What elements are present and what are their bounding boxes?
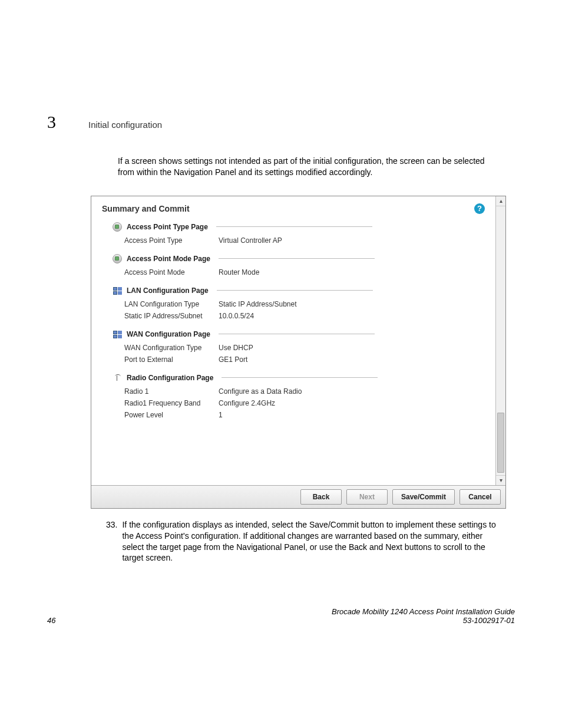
- config-key: Port to External: [124, 355, 207, 364]
- scroll-up-icon[interactable]: ▴: [496, 196, 505, 206]
- scroll-down-icon[interactable]: ▾: [496, 475, 505, 485]
- config-key: Access Point Mode: [124, 268, 207, 276]
- config-key: Access Point Type: [124, 236, 207, 245]
- config-row: Radio1 Frequency BandConfigure 2.4GHz: [124, 399, 485, 407]
- config-value: Use DHCP: [219, 344, 253, 352]
- chapter-number: 3: [47, 112, 71, 132]
- config-value: Virtual Controller AP: [219, 236, 282, 245]
- section-divider: [222, 377, 378, 378]
- step-33: 33. If the configuration displays as int…: [106, 519, 500, 564]
- config-key: Power Level: [124, 411, 207, 419]
- button-bar: Back Next Save/Commit Cancel: [91, 485, 505, 508]
- config-key: LAN Configuration Type: [124, 300, 207, 308]
- config-row: WAN Configuration TypeUse DHCP: [124, 344, 485, 352]
- config-section: Radio Configuration PageRadio 1Configure…: [113, 373, 485, 419]
- config-value: Configure 2.4GHz: [219, 399, 275, 407]
- next-button: Next: [346, 489, 388, 505]
- cancel-button[interactable]: Cancel: [459, 489, 501, 505]
- chapter-title: Initial configuration: [88, 120, 162, 130]
- config-row: Power Level1: [124, 411, 485, 419]
- section-title: Access Point Type Page: [127, 223, 208, 231]
- config-row: Port to ExternalGE1 Port: [124, 355, 485, 364]
- guide-title: Brocade Mobility 1240 Access Point Insta…: [332, 607, 515, 616]
- config-key: WAN Configuration Type: [124, 344, 207, 352]
- config-section: Access Point Mode PageAccess Point ModeR…: [113, 254, 485, 276]
- save-commit-button[interactable]: Save/Commit: [392, 489, 455, 505]
- scrollbar[interactable]: ▴ ▾: [495, 196, 505, 485]
- net-icon: [113, 286, 122, 295]
- section-divider: [219, 258, 375, 259]
- config-value: GE1 Port: [219, 355, 247, 364]
- section-title: LAN Configuration Page: [127, 286, 209, 295]
- section-divider: [216, 226, 372, 227]
- section-header: Access Point Type Page: [113, 222, 485, 232]
- intro-paragraph: If a screen shows settings not intended …: [118, 156, 491, 178]
- config-row: Radio 1Configure as a Data Radio: [124, 387, 485, 396]
- config-key: Radio1 Frequency Band: [124, 399, 207, 407]
- page-number: 46: [47, 616, 55, 625]
- config-row: Access Point TypeVirtual Controller AP: [124, 236, 485, 245]
- section-header: WAN Configuration Page: [113, 330, 485, 339]
- help-icon[interactable]: ?: [474, 203, 485, 214]
- chapter-header: 3 Initial configuration: [47, 112, 515, 132]
- config-section: Access Point Type PageAccess Point TypeV…: [113, 222, 485, 245]
- panel-title: Summary and Commit: [102, 204, 190, 213]
- config-row: Static IP Address/Subnet10.0.0.5/24: [124, 312, 485, 320]
- section-title: WAN Configuration Page: [127, 330, 210, 338]
- section-title: Access Point Mode Page: [127, 255, 210, 263]
- circle-icon: [113, 222, 122, 232]
- back-button[interactable]: Back: [300, 489, 342, 505]
- config-value: Static IP Address/Subnet: [219, 300, 297, 308]
- step-text: If the configuration displays as intende…: [122, 519, 500, 564]
- config-section: WAN Configuration PageWAN Configuration …: [113, 330, 485, 364]
- scroll-track[interactable]: [496, 206, 505, 475]
- radio-icon: [113, 373, 122, 383]
- section-divider: [217, 290, 373, 291]
- config-key: Radio 1: [124, 387, 207, 396]
- step-number: 33.: [106, 519, 117, 564]
- section-divider: [219, 334, 375, 334]
- config-value: Configure as a Data Radio: [219, 387, 302, 396]
- section-header: LAN Configuration Page: [113, 286, 485, 295]
- config-value: 1: [219, 411, 223, 419]
- page-footer: 46 Brocade Mobility 1240 Access Point In…: [47, 607, 515, 625]
- doc-number: 53-1002917-01: [332, 616, 515, 625]
- section-header: Radio Configuration Page: [113, 373, 485, 383]
- section-title: Radio Configuration Page: [127, 374, 213, 382]
- config-key: Static IP Address/Subnet: [124, 312, 207, 320]
- scroll-thumb[interactable]: [497, 413, 504, 473]
- config-value: 10.0.0.5/24: [219, 312, 254, 320]
- summary-commit-screenshot: Summary and Commit ? Access Point Type P…: [91, 196, 506, 509]
- config-value: Router Mode: [219, 268, 259, 276]
- config-row: Access Point ModeRouter Mode: [124, 268, 485, 276]
- section-header: Access Point Mode Page: [113, 254, 485, 263]
- net-icon: [113, 330, 122, 339]
- circle-icon: [113, 254, 122, 263]
- config-section: LAN Configuration PageLAN Configuration …: [113, 286, 485, 320]
- config-row: LAN Configuration TypeStatic IP Address/…: [124, 300, 485, 308]
